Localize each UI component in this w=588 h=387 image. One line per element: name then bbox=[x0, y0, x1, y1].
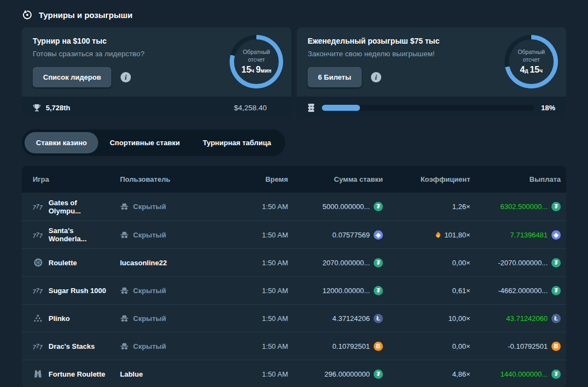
game-cell[interactable]: Roulette bbox=[22, 258, 109, 267]
bet-multiplier: 10,00× bbox=[383, 314, 470, 323]
page-header: Турниры и розыгрыши bbox=[22, 0, 566, 27]
tournament-prize: $4,258.40 bbox=[234, 104, 267, 112]
game-cell[interactable]: 777 Sugar Rush 1000 bbox=[22, 287, 109, 295]
countdown-value: 4д 15ч bbox=[520, 65, 543, 75]
bet-amount: 0.07577569 ◆ bbox=[288, 230, 383, 240]
bet-amount: 0.10792501 Ƀ bbox=[288, 342, 383, 351]
raffle-progress-fill bbox=[322, 105, 360, 111]
usdt-coin-icon: ₮ bbox=[551, 286, 561, 295]
countdown-ring: Обратный отсчет 15ч 9мин bbox=[230, 35, 283, 88]
user-cell[interactable]: Lablue bbox=[109, 370, 201, 378]
table-row[interactable]: Roulette lucasonline22 1:50 AM 2070.0000… bbox=[22, 248, 566, 276]
table-body: 777 Gates of Olympu... Скрытый 1:50 AM 5… bbox=[22, 193, 566, 387]
bet-time: 1:50 AM bbox=[201, 231, 288, 239]
tab-casino-bets[interactable]: Ставки казино bbox=[25, 132, 98, 153]
table-row[interactable]: 777 Santa's Wonderla... Скрытый 1:50 AM … bbox=[22, 221, 566, 248]
username: Скрытый bbox=[133, 287, 166, 295]
username: Скрытый bbox=[133, 203, 166, 211]
user-cell[interactable]: Скрытый bbox=[109, 287, 201, 295]
bet-multiplier: 101,80× bbox=[383, 231, 470, 239]
bet-time: 1:50 AM bbox=[201, 259, 288, 267]
incognito-icon bbox=[120, 203, 129, 210]
user-cell[interactable]: Скрытый bbox=[109, 342, 201, 350]
bet-time: 1:50 AM bbox=[201, 370, 288, 378]
tickets-button[interactable]: 6 Билеты bbox=[308, 67, 362, 87]
bet-time: 1:50 AM bbox=[201, 342, 288, 350]
usdt-coin-icon: ₮ bbox=[551, 370, 561, 379]
col-payout: Выплата bbox=[470, 175, 561, 183]
username: Скрытый bbox=[133, 314, 166, 323]
bets-tabs: Ставки казино Спортивные ставки Турнирна… bbox=[22, 129, 285, 156]
bet-amount: 5000.000000... ₮ bbox=[288, 202, 383, 211]
game-cell[interactable]: 777 Drac's Stacks bbox=[22, 342, 109, 350]
bet-time: 1:50 AM bbox=[201, 203, 288, 211]
user-cell[interactable]: lucasonline22 bbox=[109, 259, 201, 267]
game-name: Santa's Wonderla... bbox=[49, 227, 109, 243]
ticket-icon bbox=[308, 104, 315, 112]
svg-text:7: 7 bbox=[39, 288, 43, 294]
ltc-coin-icon: Ł bbox=[551, 314, 561, 323]
leaderboard-button[interactable]: Список лидеров bbox=[33, 67, 111, 87]
col-time: Время bbox=[201, 175, 288, 183]
tab-sports-bets[interactable]: Спортивные ставки bbox=[98, 132, 191, 153]
table-row[interactable]: 777 Drac's Stacks Скрытый 1:50 AM 0.1079… bbox=[22, 332, 566, 360]
game-cell[interactable]: Fortune Roulette bbox=[22, 370, 109, 378]
bet-payout: -0.10792501 Ƀ bbox=[470, 342, 561, 351]
page-title: Турниры и розыгрыши bbox=[39, 10, 133, 20]
countdown-label: Обратный отсчет bbox=[514, 49, 548, 63]
info-icon[interactable]: i bbox=[121, 72, 131, 82]
slots-icon: 777 bbox=[33, 203, 43, 211]
countdown-label: Обратный отсчет bbox=[239, 49, 273, 63]
gameshow-icon bbox=[33, 370, 43, 378]
user-cell[interactable]: Скрытый bbox=[109, 231, 201, 239]
game-name: Fortune Roulette bbox=[49, 370, 105, 378]
bet-multiplier: 0,00× bbox=[383, 342, 470, 350]
table-row[interactable]: 777 Gates of Olympu... Скрытый 1:50 AM 5… bbox=[22, 193, 566, 221]
game-name: Roulette bbox=[49, 259, 77, 267]
user-cell[interactable]: Скрытый bbox=[109, 203, 201, 211]
usdt-coin-icon: ₮ bbox=[374, 258, 383, 267]
usdt-coin-icon: ₮ bbox=[374, 370, 383, 379]
trophy-icon bbox=[33, 104, 41, 112]
game-cell[interactable]: Plinko bbox=[22, 314, 109, 323]
col-game: Игра bbox=[22, 175, 109, 183]
bet-multiplier: 4,86× bbox=[383, 370, 470, 378]
countdown-ring: Обратный отсчет 4д 15ч bbox=[505, 35, 558, 88]
bet-payout: 7.71396481 ◆ bbox=[470, 230, 561, 240]
bet-amount: 4.37124206 Ł bbox=[288, 314, 383, 323]
fire-icon bbox=[435, 231, 441, 239]
eth-coin-icon: ◆ bbox=[551, 230, 561, 240]
incognito-icon bbox=[120, 287, 129, 294]
game-cell[interactable]: 777 Gates of Olympu... bbox=[22, 199, 109, 215]
tournament-card: Турнир на $100 тыс Готовы сразиться за л… bbox=[22, 27, 291, 118]
username: Скрытый bbox=[133, 342, 166, 350]
incognito-icon bbox=[120, 315, 129, 322]
bet-payout: -4662.000000... ₮ bbox=[470, 286, 561, 295]
tournament-footer: 5,728th $4,258.40 bbox=[22, 97, 291, 118]
usdt-coin-icon: ₮ bbox=[551, 202, 561, 211]
roulette-icon bbox=[33, 258, 43, 267]
bet-multiplier: 0,00× bbox=[383, 259, 470, 267]
svg-text:7: 7 bbox=[39, 344, 43, 350]
table-row[interactable]: Fortune Roulette Lablue 1:50 AM 296.0000… bbox=[22, 360, 566, 387]
slots-icon: 777 bbox=[33, 231, 43, 239]
game-name: Plinko bbox=[49, 314, 70, 323]
col-user: Пользователь bbox=[109, 175, 201, 183]
table-header: Игра Пользователь Время Сумма ставки Коэ… bbox=[22, 166, 566, 193]
usdt-coin-icon: ₮ bbox=[374, 286, 383, 295]
info-icon[interactable]: i bbox=[371, 72, 381, 82]
table-row[interactable]: 777 Sugar Rush 1000 Скрытый 1:50 AM 1200… bbox=[22, 276, 566, 304]
user-cell[interactable]: Скрытый bbox=[109, 314, 201, 323]
tournament-rank: 5,728th bbox=[46, 104, 70, 112]
tab-tournament-table[interactable]: Турнирная таблица bbox=[191, 132, 283, 153]
bet-multiplier: 1,26× bbox=[383, 203, 470, 211]
bet-time: 1:50 AM bbox=[201, 287, 288, 295]
col-multiplier: Коэффициент bbox=[383, 175, 470, 183]
bet-time: 1:50 AM bbox=[201, 314, 288, 323]
raffle-footer: 18% bbox=[297, 97, 566, 118]
promo-cards: Турнир на $100 тыс Готовы сразиться за л… bbox=[22, 27, 566, 118]
raffle-progress-percent: 18% bbox=[541, 104, 555, 112]
table-row[interactable]: Plinko Скрытый 1:50 AM 4.37124206 Ł 10,0… bbox=[22, 304, 566, 332]
incognito-icon bbox=[120, 231, 129, 239]
game-cell[interactable]: 777 Santa's Wonderla... bbox=[22, 227, 109, 243]
